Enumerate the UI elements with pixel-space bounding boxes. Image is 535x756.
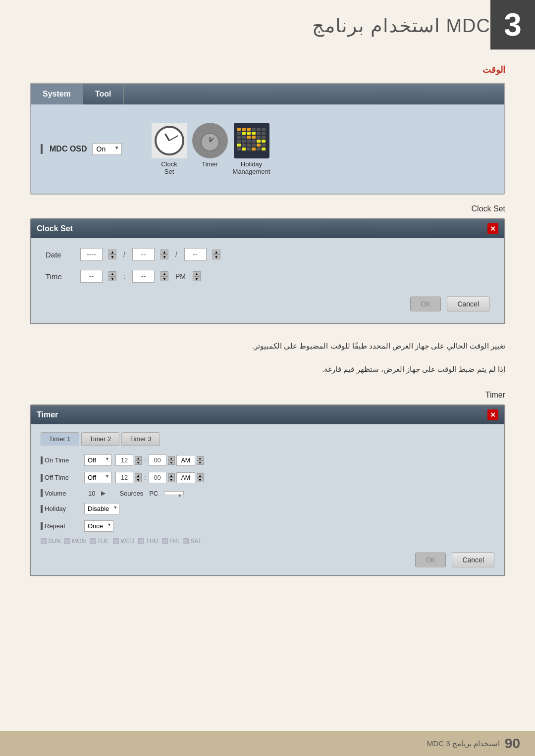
system-tab-system[interactable]: System <box>31 84 83 104</box>
svg-rect-29 <box>262 140 266 143</box>
date-row: Date ---- ▲ ▼ / -- ▲ ▼ / -- ▲ ▼ <box>46 248 489 261</box>
holiday-row: Holiday Disable <box>41 503 494 514</box>
timer-cancel-button[interactable]: Cancel <box>452 553 494 567</box>
on-time-dropdown-wrap[interactable]: Off <box>84 454 111 466</box>
off-time-hour[interactable]: 12 <box>115 472 133 483</box>
svg-rect-32 <box>247 144 251 147</box>
off-time-period-up[interactable]: ▲ <box>197 473 204 478</box>
date-year-spinners[interactable]: ▲ ▼ <box>108 250 116 259</box>
time-min-spinners[interactable]: ▲ ▼ <box>160 271 168 281</box>
date-year-down[interactable]: ▼ <box>108 254 116 259</box>
clock-set-ok-button[interactable]: OK <box>410 297 441 311</box>
time-min-down[interactable]: ▼ <box>160 276 168 281</box>
on-dropdown[interactable]: On <box>92 143 122 155</box>
on-time-hour[interactable]: 12 <box>115 454 133 466</box>
day-sun-checkbox[interactable] <box>41 538 47 544</box>
on-time-min-down[interactable]: ▼ <box>168 460 175 465</box>
day-thu-checkbox[interactable] <box>138 538 144 544</box>
time-hour-down[interactable]: ▼ <box>108 276 116 281</box>
day-wed-checkbox[interactable] <box>113 538 119 544</box>
holiday-icon-item[interactable]: Holiday Management <box>233 123 270 175</box>
date-day-spinners[interactable]: ▲ ▼ <box>213 250 220 259</box>
day-sun[interactable]: SUN <box>41 538 60 545</box>
system-tab-tool[interactable]: Tool <box>83 84 124 104</box>
timer-icon-item[interactable]: Timer <box>192 123 228 175</box>
date-month-down[interactable]: ▼ <box>160 254 168 259</box>
date-day-field[interactable]: -- <box>184 248 207 261</box>
holiday-dropdown[interactable]: Disable <box>84 503 119 514</box>
on-time-hour-arrows[interactable]: ▲ ▼ <box>135 456 142 465</box>
svg-rect-25 <box>242 140 246 143</box>
timer-close-button[interactable]: ✕ <box>487 409 498 420</box>
on-time-dropdown[interactable]: Off <box>84 454 111 466</box>
off-time-min[interactable]: 00 <box>149 472 166 483</box>
off-time-min-up[interactable]: ▲ <box>168 473 175 478</box>
clock-set-close-button[interactable]: ✕ <box>487 223 498 234</box>
svg-rect-30 <box>237 144 241 147</box>
time-hour-field[interactable]: -- <box>80 270 103 283</box>
date-year-field[interactable]: ---- <box>80 248 103 261</box>
timer-tab-3[interactable]: Timer 3 <box>121 432 160 446</box>
sources-dropdown[interactable] <box>164 491 184 495</box>
time-section-label: الوقت <box>0 64 535 75</box>
time-hour-spinners[interactable]: ▲ ▼ <box>108 271 116 281</box>
day-fri-checkbox[interactable] <box>162 538 168 544</box>
off-time-period-arrows[interactable]: ▲ ▼ <box>197 473 204 482</box>
on-time-period[interactable]: AM <box>176 455 195 466</box>
timer-tab-2[interactable]: Timer 2 <box>81 432 120 446</box>
volume-arrow-icon[interactable]: ▶ <box>101 490 106 497</box>
day-sat-checkbox[interactable] <box>183 538 189 544</box>
day-sat[interactable]: SAT <box>183 538 201 545</box>
timer-tab-1[interactable]: Timer 1 <box>41 432 79 446</box>
time-period-up[interactable]: ▲ <box>193 271 201 276</box>
time-hour-up[interactable]: ▲ <box>108 271 116 276</box>
volume-bar <box>41 489 43 497</box>
holiday-icon-box <box>234 123 269 158</box>
day-mon-checkbox[interactable] <box>64 538 70 544</box>
day-mon[interactable]: MON <box>64 538 86 545</box>
off-time-hour-down[interactable]: ▼ <box>135 478 142 482</box>
off-time-hour-arrows[interactable]: ▲ ▼ <box>135 473 142 482</box>
date-day-up[interactable]: ▲ <box>213 250 220 254</box>
clock-set-cancel-button[interactable]: Cancel <box>447 297 489 311</box>
clock-icon <box>155 126 184 155</box>
on-time-min-up[interactable]: ▲ <box>168 456 175 460</box>
on-time-min-arrows[interactable]: ▲ ▼ <box>168 456 175 465</box>
date-day-down[interactable]: ▼ <box>213 254 220 259</box>
timer-buttons: OK Cancel <box>41 545 494 567</box>
off-time-dropdown-wrap[interactable]: Off <box>84 472 111 483</box>
day-fri[interactable]: FRI <box>162 538 179 545</box>
day-wed[interactable]: WED <box>113 538 134 545</box>
time-min-up[interactable]: ▲ <box>160 271 168 276</box>
time-period-down[interactable]: ▼ <box>193 276 201 281</box>
day-thu[interactable]: THU <box>138 538 158 545</box>
off-time-dropdown[interactable]: Off <box>84 472 111 483</box>
on-time-hour-down[interactable]: ▼ <box>135 460 142 465</box>
time-period-spinners[interactable]: ▲ ▼ <box>193 271 201 281</box>
off-time-period[interactable]: AM <box>176 472 195 483</box>
off-time-min-down[interactable]: ▼ <box>168 478 175 482</box>
date-month-field[interactable]: -- <box>132 248 155 261</box>
date-month-spinners[interactable]: ▲ ▼ <box>160 250 168 259</box>
repeat-dropdown[interactable]: Once <box>84 520 113 532</box>
time-min-field[interactable]: -- <box>132 270 155 283</box>
date-year-up[interactable]: ▲ <box>108 250 116 254</box>
off-time-period-down[interactable]: ▼ <box>197 478 204 482</box>
sources-dropdown-wrap[interactable] <box>164 491 184 495</box>
off-time-hour-up[interactable]: ▲ <box>135 473 142 478</box>
on-time-min[interactable]: 00 <box>149 454 166 466</box>
date-month-up[interactable]: ▲ <box>160 250 168 254</box>
clock-set-icon-item[interactable]: Clock Set <box>152 123 187 175</box>
day-tue-checkbox[interactable] <box>90 538 96 544</box>
on-time-period-up[interactable]: ▲ <box>197 456 204 460</box>
holiday-dropdown-wrap[interactable]: Disable <box>84 503 119 514</box>
sources-label: Sources <box>119 490 143 497</box>
day-tue[interactable]: TUE <box>90 538 109 545</box>
on-time-hour-up[interactable]: ▲ <box>135 456 142 460</box>
mdc-osd-row: MDC OSD On <box>41 143 122 155</box>
on-time-period-down[interactable]: ▼ <box>197 460 204 465</box>
on-time-period-arrows[interactable]: ▲ ▼ <box>197 456 204 465</box>
timer-ok-button[interactable]: OK <box>415 553 446 567</box>
repeat-dropdown-wrap[interactable]: Once <box>84 520 113 532</box>
off-time-min-arrows[interactable]: ▲ ▼ <box>168 473 175 482</box>
